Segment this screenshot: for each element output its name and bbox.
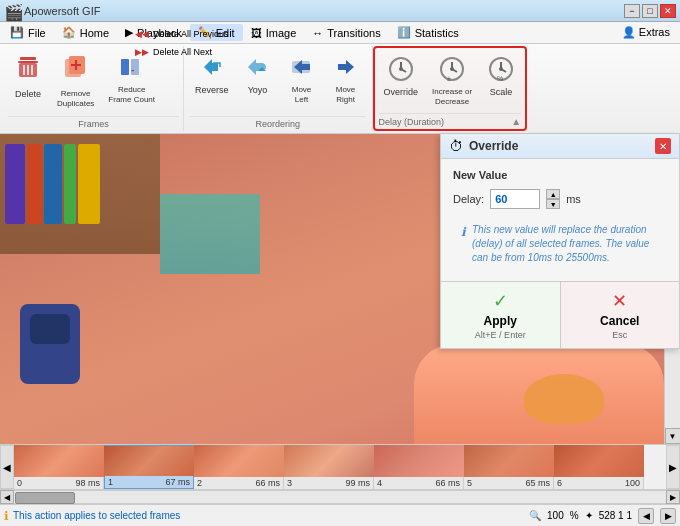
remove-duplicates-icon (62, 53, 90, 87)
apply-button[interactable]: ✓ Apply Alt+E / Enter (441, 282, 561, 348)
apply-check-icon: ✓ (493, 290, 508, 312)
move-right-icon (332, 53, 360, 83)
nav-prev-button[interactable]: ◀ (638, 508, 654, 524)
app-icon: 🎬 (4, 3, 20, 19)
status-icon: ℹ (4, 509, 9, 523)
hscroll-thumb[interactable] (15, 492, 75, 504)
scale-button[interactable]: % Scale (481, 50, 521, 101)
menu-statistics[interactable]: ℹ️ Statistics (389, 24, 467, 41)
frame-2-thumb (194, 445, 284, 477)
menu-file[interactable]: 💾 File (2, 24, 54, 41)
app-title: Apowersoft GIF (24, 5, 624, 17)
size-separator: ✦ (585, 510, 593, 521)
menu-image[interactable]: 🖼 Image (243, 25, 305, 41)
minimize-button[interactable]: − (624, 4, 640, 18)
svg-marker-15 (338, 60, 354, 74)
frame-4-thumb (374, 445, 464, 477)
menu-bar: 💾 File 🏠 Home ▶ Playback ✏️ Edit 🖼 Image… (0, 22, 680, 44)
move-left-button[interactable]: MoveLeft (282, 48, 322, 107)
override-title: Override (469, 139, 655, 153)
file-icon: 💾 (10, 26, 24, 39)
delete-all-next-button[interactable]: ▶▶ Delete All Next (130, 44, 234, 60)
frame-1-info: 1 67 ms (105, 476, 193, 488)
move-left-icon (288, 53, 316, 83)
frame-0[interactable]: 0 98 ms (14, 445, 104, 489)
frame-3-info: 3 99 ms (284, 477, 373, 489)
delay-group-collapse[interactable]: ▲ (511, 116, 521, 127)
hscroll-track[interactable] (14, 490, 666, 504)
svg-rect-0 (20, 57, 36, 60)
override-close-button[interactable]: ✕ (655, 138, 671, 154)
remove-duplicates-button[interactable]: RemoveDuplicates (52, 48, 99, 111)
frame-1-thumb (104, 446, 194, 476)
maximize-button[interactable]: □ (642, 4, 658, 18)
image-icon: 🖼 (251, 27, 262, 39)
cancel-label: Cancel (600, 314, 639, 328)
frame-5[interactable]: 5 65 ms (464, 445, 554, 489)
frame-1[interactable]: 1 67 ms (104, 445, 194, 489)
apply-label: Apply (484, 314, 517, 328)
delete-button[interactable]: Delete (8, 48, 48, 103)
delay-label: Delay: (453, 193, 484, 205)
new-value-label: New Value (453, 169, 667, 181)
svg-rect-1 (18, 61, 38, 63)
status-info: ℹ This action applies to selected frames (4, 509, 523, 523)
frame-0-thumb (14, 445, 104, 477)
nav-next-button[interactable]: ▶ (660, 508, 676, 524)
menu-transitions[interactable]: ↔ Transitions (304, 25, 388, 41)
delay-input[interactable] (490, 189, 540, 209)
override-header-icon: ⏱ (449, 138, 463, 154)
scroll-down-button[interactable]: ▼ (665, 428, 681, 444)
svg-text:-: - (131, 64, 134, 75)
svg-text:%: % (497, 75, 503, 82)
increase-decrease-button[interactable]: ± Increase orDecrease (427, 50, 477, 109)
frame-3[interactable]: 3 99 ms (284, 445, 374, 489)
spin-up-button[interactable]: ▲ (546, 189, 560, 199)
hscroll-right-button[interactable]: ▶ (666, 490, 680, 504)
delay-unit: ms (566, 193, 581, 205)
override-body: New Value Delay: ▲ ▼ ms ℹ This new value… (441, 159, 679, 281)
svg-rect-10 (121, 59, 129, 75)
timeline-scroll-left[interactable]: ◀ (0, 445, 14, 489)
delete-icon (14, 53, 42, 87)
move-right-button[interactable]: MoveRight (326, 48, 366, 107)
frames-group-label: Frames (8, 116, 179, 129)
frame-6[interactable]: 6 100 (554, 445, 644, 489)
scale-icon: % (487, 55, 515, 85)
size-value: 528 1 1 (599, 510, 632, 521)
extras-button[interactable]: 👤 Extras (614, 24, 678, 41)
ribbon: Delete RemoveDuplicates - ReduceFrame Co… (0, 44, 680, 134)
frame-4[interactable]: 4 66 ms (374, 445, 464, 489)
delay-spinner: ▲ ▼ (546, 189, 560, 209)
spin-down-button[interactable]: ▼ (546, 199, 560, 209)
close-button[interactable]: ✕ (660, 4, 676, 18)
menu-home[interactable]: 🏠 Home (54, 24, 117, 41)
timeline-scroll-right[interactable]: ▶ (666, 445, 680, 489)
frame-2-info: 2 66 ms (194, 477, 283, 489)
frames-group: Delete RemoveDuplicates - ReduceFrame Co… (4, 46, 184, 131)
zoom-value: 100 (547, 510, 564, 521)
yoyo-button[interactable]: Yoyo (238, 48, 278, 99)
delete-all-previous-button[interactable]: ◀◀ Delete All Previous (130, 26, 234, 42)
frame-2[interactable]: 2 66 ms (194, 445, 284, 489)
increase-decrease-icon: ± (438, 55, 466, 85)
override-icon (387, 55, 415, 85)
window-controls: − □ ✕ (624, 4, 676, 18)
svg-point-23 (450, 67, 454, 71)
status-right: 🔍 100 % ✦ 528 1 1 ◀ ▶ (529, 508, 676, 524)
cancel-button[interactable]: ✕ Cancel Esc (561, 282, 680, 348)
timeline-scrollbar: ◀ ▶ (0, 490, 680, 504)
override-panel: ⏱ Override ✕ New Value Delay: ▲ ▼ ms ℹ T… (440, 134, 680, 349)
frame-6-info: 6 100 (554, 477, 643, 489)
svg-point-28 (499, 67, 503, 71)
home-icon: 🏠 (62, 26, 76, 39)
info-icon: ℹ (461, 224, 466, 265)
cancel-shortcut: Esc (612, 330, 627, 340)
title-bar: 🎬 Apowersoft GIF − □ ✕ (0, 0, 680, 22)
status-text: This action applies to selected frames (13, 510, 180, 521)
frame-5-info: 5 65 ms (464, 477, 553, 489)
hscroll-left-button[interactable]: ◀ (0, 490, 14, 504)
override-button[interactable]: Override (379, 50, 424, 101)
main-area: ▲ ▼ ⏱ Override ✕ New Value Delay: ▲ ▼ ms (0, 134, 680, 444)
transitions-icon: ↔ (312, 27, 323, 39)
